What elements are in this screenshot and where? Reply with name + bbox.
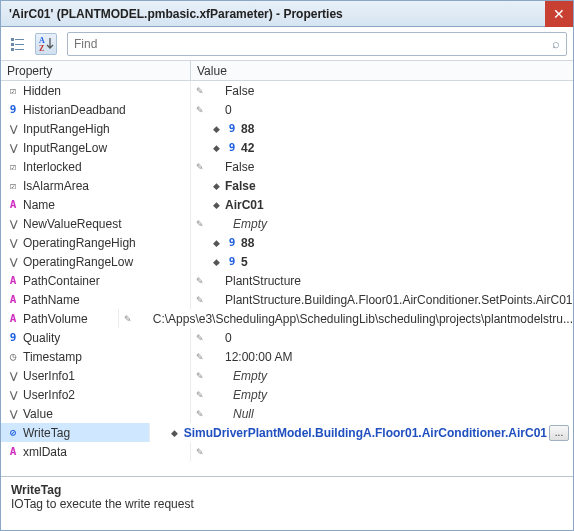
- property-cell[interactable]: ⋁UserInfo2: [1, 385, 191, 404]
- value-cell[interactable]: ✎False: [191, 157, 573, 176]
- property-cell[interactable]: ☑IsAlarmArea: [1, 176, 191, 195]
- property-row[interactable]: ⋁InputRangeLow◆942: [1, 138, 573, 157]
- property-cell[interactable]: APathName: [1, 290, 191, 309]
- property-row[interactable]: ◷Timestamp✎12:00:00 AM: [1, 347, 573, 366]
- property-row[interactable]: AxmlData✎: [1, 442, 573, 461]
- property-cell[interactable]: ⋁OperatingRangeLow: [1, 252, 191, 271]
- property-name: Value: [23, 407, 53, 421]
- property-row[interactable]: ☑IsAlarmArea◆False: [1, 176, 573, 195]
- search-input[interactable]: [74, 37, 548, 51]
- property-name: PathContainer: [23, 274, 100, 288]
- property-cell[interactable]: ⋁Value: [1, 404, 191, 423]
- property-row[interactable]: APathContainer✎PlantStructure: [1, 271, 573, 290]
- value-cell[interactable]: ✎12:00:00 AM: [191, 347, 573, 366]
- value-cell[interactable]: ✎Empty: [191, 385, 573, 404]
- property-row[interactable]: ☑Interlocked✎False: [1, 157, 573, 176]
- value-cell[interactable]: ◆AirC01: [191, 195, 573, 214]
- value-cell[interactable]: ✎0: [191, 328, 573, 347]
- letterA-icon: A: [5, 445, 21, 458]
- description-name: WriteTag: [11, 483, 563, 497]
- value-cell[interactable]: ✎Null: [191, 404, 573, 423]
- value-cell[interactable]: ◆942: [191, 138, 573, 157]
- value-cell[interactable]: ✎C:\Apps\e3\SchedulingApp\SchedulingLib\…: [119, 309, 573, 328]
- property-name: IsAlarmArea: [23, 179, 89, 193]
- property-row[interactable]: ⋁NewValueRequest✎Empty: [1, 214, 573, 233]
- value-text: False: [225, 160, 573, 174]
- value-cell[interactable]: ◆SimuDriverPlantModel.BuildingA.Floor01.…: [150, 423, 573, 442]
- diamond-icon: ◆: [209, 200, 223, 210]
- close-button[interactable]: ✕: [545, 1, 573, 27]
- property-cell[interactable]: ⊘WriteTag: [1, 423, 150, 442]
- property-row[interactable]: AName◆AirC01: [1, 195, 573, 214]
- property-row[interactable]: ☑Hidden✎False: [1, 81, 573, 100]
- value-cell[interactable]: ✎False: [191, 81, 573, 100]
- property-row[interactable]: ⋁UserInfo2✎Empty: [1, 385, 573, 404]
- value-type-icon: 9: [225, 122, 239, 135]
- property-row[interactable]: APathVolume✎C:\Apps\e3\SchedulingApp\Sch…: [1, 309, 573, 328]
- value-cell[interactable]: ◆988: [191, 119, 573, 138]
- property-cell[interactable]: ⋁InputRangeLow: [1, 138, 191, 157]
- property-row[interactable]: ⊘WriteTag◆SimuDriverPlantModel.BuildingA…: [1, 423, 573, 442]
- value-text: 5: [241, 255, 573, 269]
- property-cell[interactable]: ◷Timestamp: [1, 347, 191, 366]
- property-cell[interactable]: ☑Interlocked: [1, 157, 191, 176]
- value-cell[interactable]: ✎Empty: [191, 366, 573, 385]
- drop-icon: ⋁: [5, 124, 21, 134]
- svg-rect-2: [11, 43, 14, 46]
- value-cell[interactable]: ✎Empty: [191, 214, 573, 233]
- alpha-sort-button[interactable]: A Z: [35, 33, 57, 55]
- value-cell[interactable]: ✎0: [191, 100, 573, 119]
- browse-button[interactable]: ...: [549, 425, 569, 441]
- diamond-icon: ◆: [209, 181, 223, 191]
- property-row[interactable]: APathName✎PlantStructure.BuildingA.Floor…: [1, 290, 573, 309]
- value-text: 12:00:00 AM: [225, 350, 573, 364]
- value-cell[interactable]: ✎PlantStructure.BuildingA.Floor01.AirCon…: [191, 290, 573, 309]
- property-row[interactable]: ⋁InputRangeHigh◆988: [1, 119, 573, 138]
- value-cell[interactable]: ◆95: [191, 252, 573, 271]
- value-cell[interactable]: ✎PlantStructure: [191, 271, 573, 290]
- property-cell[interactable]: AxmlData: [1, 442, 191, 461]
- value-text: Empty: [225, 369, 573, 383]
- pencil-icon: ✎: [193, 86, 207, 96]
- property-row[interactable]: ⋁UserInfo1✎Empty: [1, 366, 573, 385]
- property-cell[interactable]: ⋁OperatingRangeHigh: [1, 233, 191, 252]
- property-cell[interactable]: APathContainer: [1, 271, 191, 290]
- drop-icon: ⋁: [5, 143, 21, 153]
- property-row[interactable]: ⋁OperatingRangeLow◆95: [1, 252, 573, 271]
- property-cell[interactable]: 9HistorianDeadband: [1, 100, 191, 119]
- pencil-icon: ✎: [193, 219, 207, 229]
- letterA-icon: A: [5, 198, 21, 211]
- value-text: Empty: [225, 217, 573, 231]
- search-box[interactable]: ⌕: [67, 32, 567, 56]
- property-name: InputRangeLow: [23, 141, 107, 155]
- property-row[interactable]: ⋁Value✎Null: [1, 404, 573, 423]
- property-name: xmlData: [23, 445, 67, 459]
- property-cell[interactable]: 9Quality: [1, 328, 191, 347]
- description-panel: WriteTag IOTag to execute the write requ…: [1, 476, 573, 530]
- property-cell[interactable]: AName: [1, 195, 191, 214]
- pencil-icon: ✎: [193, 295, 207, 305]
- property-cell[interactable]: ⋁NewValueRequest: [1, 214, 191, 233]
- value-text: Null: [225, 407, 573, 421]
- property-cell[interactable]: ⋁InputRangeHigh: [1, 119, 191, 138]
- value-text: 0: [225, 103, 573, 117]
- pencil-icon: ✎: [193, 409, 207, 419]
- header-property[interactable]: Property: [1, 61, 191, 80]
- value-cell[interactable]: ◆988: [191, 233, 573, 252]
- property-cell[interactable]: ⋁UserInfo1: [1, 366, 191, 385]
- property-cell[interactable]: APathVolume: [1, 309, 119, 328]
- value-text: 42: [241, 141, 573, 155]
- value-cell[interactable]: ◆False: [191, 176, 573, 195]
- header-value[interactable]: Value: [191, 61, 573, 80]
- property-cell[interactable]: ☑Hidden: [1, 81, 191, 100]
- drop-icon: ⋁: [5, 257, 21, 267]
- letterA-icon: A: [5, 274, 21, 287]
- svg-rect-5: [15, 49, 24, 50]
- property-row[interactable]: 9HistorianDeadband✎0: [1, 100, 573, 119]
- value-cell[interactable]: ✎: [191, 442, 573, 461]
- property-name: InputRangeHigh: [23, 122, 110, 136]
- property-row[interactable]: 9Quality✎0: [1, 328, 573, 347]
- property-row[interactable]: ⋁OperatingRangeHigh◆988: [1, 233, 573, 252]
- value-text: Empty: [225, 388, 573, 402]
- categorized-view-button[interactable]: [7, 33, 29, 55]
